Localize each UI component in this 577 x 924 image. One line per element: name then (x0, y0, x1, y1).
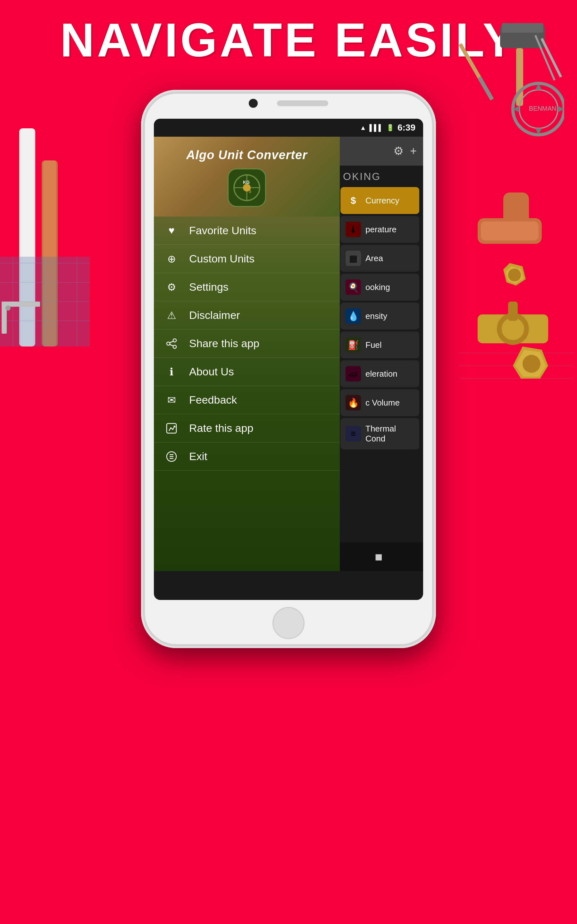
cooking-icon: 🍳 (346, 279, 361, 295)
drawer-item-share[interactable]: Share this app (154, 330, 340, 358)
area-icon: ▦ (346, 250, 361, 266)
temperature-icon: 🌡 (346, 222, 361, 237)
bottom-red-bar (0, 802, 577, 924)
svg-text:KG: KG (243, 180, 250, 185)
phone-device: ▲ ▌▌▌ 🔋 6:39 ⚙ + OKING $ (141, 90, 436, 648)
category-acceleration-label: eleration (366, 369, 398, 379)
drawer-item-settings[interactable]: ⚙ Settings (154, 273, 340, 301)
category-thermal-cond[interactable]: ≡ Thermal Cond (340, 418, 419, 449)
category-temperature[interactable]: 🌡 perature (340, 216, 419, 243)
svg-line-55 (170, 341, 173, 342)
thermal-cond-icon: ≡ (346, 426, 361, 441)
drawer-app-icon: KG $ (227, 168, 266, 207)
drawer-item-exit[interactable]: Exit (154, 443, 340, 471)
drawer-label-exit: Exit (189, 450, 207, 463)
category-acceleration[interactable]: 🏎 eleration (340, 360, 419, 387)
drawer-label-rate: Rate this app (189, 422, 253, 435)
acceleration-icon: 🏎 (346, 366, 361, 381)
category-currency[interactable]: $ Currency (340, 187, 419, 214)
category-thermal-cond-label: Thermal Cond (366, 424, 414, 444)
svg-point-53 (167, 342, 170, 345)
category-specific-volume-label: c Volume (366, 398, 400, 408)
signal-icon: ▌▌▌ (369, 124, 383, 132)
drawer-label-share: Share this app (189, 337, 259, 350)
drawer-app-title: Algo Unit Converter (186, 148, 308, 162)
category-density-label: ensity (366, 311, 387, 321)
info-icon: ℹ (163, 364, 179, 380)
drawer-item-feedback[interactable]: ✉ Feedback (154, 386, 340, 414)
drawer-label-favorite-units: Favorite Units (189, 224, 256, 237)
specific-volume-icon: 🔥 (346, 395, 361, 410)
category-currency-label: Currency (366, 196, 399, 206)
settings-toolbar-icon[interactable]: ⚙ (393, 144, 404, 158)
drawer-item-disclaimer[interactable]: ⚠ Disclaimer (154, 301, 340, 330)
app-toolbar: ⚙ + (337, 137, 423, 166)
svg-line-56 (170, 344, 173, 346)
drawer-item-favorite-units[interactable]: ♥ Favorite Units (154, 216, 340, 245)
battery-icon: 🔋 (386, 124, 394, 132)
status-time: 6:39 (398, 123, 416, 133)
svg-point-28 (5, 305, 11, 310)
phone-body: ▲ ▌▌▌ 🔋 6:39 ⚙ + OKING $ (141, 90, 436, 648)
rate-icon (163, 420, 179, 436)
svg-rect-13 (478, 76, 494, 100)
category-cooking-label: ooking (366, 282, 390, 292)
warning-icon: ⚠ (163, 307, 179, 323)
fittings-decoration (458, 192, 574, 391)
pipes-decoration (0, 128, 90, 347)
drawer-menu: ♥ Favorite Units ⊕ Custom Units ⚙ Settin… (154, 216, 340, 571)
drawer-item-about-us[interactable]: ℹ About Us (154, 358, 340, 386)
svg-rect-27 (2, 302, 7, 334)
drawer-label-disclaimer: Disclaimer (189, 309, 240, 321)
drawer-label-settings: Settings (189, 281, 229, 293)
screen-content: ⚙ + OKING $ Currency 🌡 perature ▦ (154, 137, 423, 571)
svg-point-44 (522, 355, 540, 373)
svg-point-37 (502, 318, 524, 340)
category-fuel-label: Fuel (366, 340, 382, 350)
fuel-icon: ⛽ (346, 337, 361, 352)
svg-point-52 (173, 339, 176, 342)
category-temperature-label: perature (366, 225, 396, 234)
category-cooking[interactable]: 🍳 ooking (340, 274, 419, 300)
recent-button[interactable]: ■ (375, 549, 382, 564)
currency-icon: $ (346, 193, 361, 208)
category-area-label: Area (366, 254, 383, 263)
email-icon: ✉ (163, 392, 179, 408)
drawer-label-feedback: Feedback (189, 394, 237, 406)
drawer-label-custom-units: Custom Units (189, 252, 255, 265)
navigation-drawer: Algo Unit Converter KG $ (154, 137, 340, 571)
exit-icon (163, 449, 179, 465)
phone-top-bar (249, 99, 328, 108)
phone-home-button[interactable] (272, 607, 305, 639)
svg-text:BENMAN: BENMAN (529, 105, 556, 112)
density-icon: 💧 (346, 309, 361, 324)
svg-point-54 (173, 345, 176, 349)
share-icon (163, 336, 179, 352)
wifi-icon: ▲ (360, 124, 366, 132)
svg-point-34 (508, 268, 521, 281)
drawer-item-rate[interactable]: Rate this app (154, 414, 340, 443)
categories-label: OKING (337, 166, 423, 185)
drawer-header: Algo Unit Converter KG $ (154, 137, 340, 216)
heart-icon: ♥ (163, 223, 179, 239)
custom-units-icon: ⊕ (163, 251, 179, 267)
phone-speaker (277, 100, 328, 106)
main-content: ⚙ + OKING $ Currency 🌡 perature ▦ (337, 137, 423, 571)
category-density[interactable]: 💧 ensity (340, 302, 419, 330)
svg-text:$: $ (249, 189, 251, 194)
add-toolbar-icon[interactable]: + (410, 144, 417, 158)
settings-icon: ⚙ (163, 279, 179, 295)
status-icons: ▲ ▌▌▌ 🔋 6:39 (360, 123, 416, 133)
svg-rect-38 (508, 302, 518, 321)
category-area[interactable]: ▦ Area (340, 245, 419, 272)
front-camera (249, 99, 258, 108)
status-bar: ▲ ▌▌▌ 🔋 6:39 (154, 119, 423, 137)
drawer-item-custom-units[interactable]: ⊕ Custom Units (154, 245, 340, 273)
svg-rect-1 (502, 23, 543, 33)
drawer-label-about-us: About Us (189, 365, 234, 378)
category-specific-volume[interactable]: 🔥 c Volume (340, 389, 419, 416)
svg-rect-31 (481, 221, 538, 241)
phone-screen: ▲ ▌▌▌ 🔋 6:39 ⚙ + OKING $ (154, 119, 423, 600)
tools-decoration: BENMAN (442, 19, 564, 154)
category-fuel[interactable]: ⛽ Fuel (340, 331, 419, 359)
